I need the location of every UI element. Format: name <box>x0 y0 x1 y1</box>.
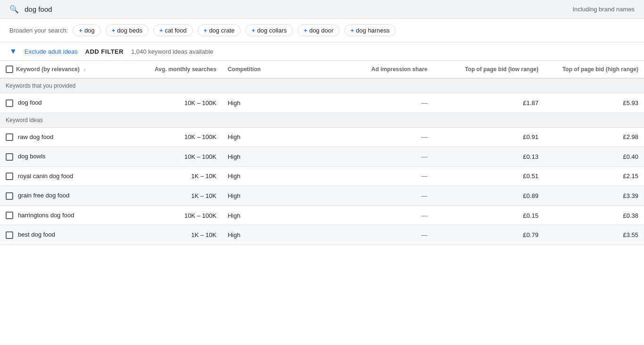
bid-high-cell: £5.93 <box>544 93 644 113</box>
bid-low-cell: £0.79 <box>433 225 544 245</box>
bid-high-cell: £3.39 <box>544 186 644 206</box>
broaden-chip-dog-beds[interactable]: + dog beds <box>106 25 149 36</box>
broaden-row: Broaden your search: + dog + dog beds + … <box>0 19 644 42</box>
bid-high-cell: £0.38 <box>544 205 644 225</box>
avg-cell: 1K – 10K <box>122 225 222 245</box>
select-all-checkbox[interactable] <box>6 66 13 73</box>
row-checkbox-1-1[interactable] <box>6 153 13 161</box>
section-header-provided: Keywords that you provided <box>0 78 644 93</box>
search-query: dog food <box>25 5 567 13</box>
table-header-row: Keyword (by relevance) ↓ Avg. monthly se… <box>0 61 644 78</box>
keyword-cell-text: royal canin dog food <box>18 172 73 180</box>
plus-icon: + <box>159 27 163 34</box>
bid-low-cell: £0.91 <box>433 127 544 147</box>
impression-cell: — <box>322 93 433 113</box>
plus-icon: + <box>79 27 83 34</box>
avg-cell: 10K – 100K <box>122 205 222 225</box>
broaden-chip-cat-food-label: cat food <box>165 27 186 34</box>
impression-cell: — <box>322 205 433 225</box>
keyword-cell-text: best dog food <box>18 231 55 238</box>
broaden-chip-dog-crate[interactable]: + dog crate <box>198 25 241 36</box>
bid-low-cell: £0.89 <box>433 186 544 206</box>
bid-high-cell: £3.55 <box>544 225 644 245</box>
filter-row: ▼ Exclude adult ideas ADD FILTER 1,040 k… <box>0 42 644 61</box>
avg-cell: 10K – 100K <box>122 127 222 147</box>
broaden-chip-dog-door[interactable]: + dog door <box>298 25 340 36</box>
broaden-chip-dog[interactable]: + dog <box>73 25 100 36</box>
exclude-adult-link[interactable]: Exclude adult ideas <box>25 48 78 55</box>
impression-cell: — <box>322 225 433 245</box>
bid-low-cell: £1.87 <box>433 93 544 113</box>
avg-cell: 1K – 10K <box>122 166 222 186</box>
row-checkbox-0-0[interactable] <box>6 99 13 107</box>
keyword-cell-text: dog food <box>18 99 42 106</box>
row-checkbox-1-5[interactable] <box>6 231 13 239</box>
bid-high-cell: £2.98 <box>544 127 644 147</box>
table-row: royal canin dog food1K – 10KHigh—£0.51£2… <box>0 166 644 186</box>
row-checkbox-1-0[interactable] <box>6 133 13 141</box>
avg-cell: 1K – 10K <box>122 186 222 206</box>
impression-cell: — <box>322 166 433 186</box>
bid-high-cell: £2.15 <box>544 166 644 186</box>
row-checkbox-1-3[interactable] <box>6 192 13 200</box>
col-header-bid-high: Top of page bid (high range) <box>544 61 644 78</box>
search-bar: 🔍 dog food Including brand names <box>0 0 644 19</box>
col-header-impression: Ad impression share <box>322 61 433 78</box>
keyword-cell-text: harringtons dog food <box>18 212 74 219</box>
broaden-chip-dog-door-label: dog door <box>309 27 333 34</box>
brand-names-label: Including brand names <box>572 6 635 13</box>
keywords-table-container: Keyword (by relevance) ↓ Avg. monthly se… <box>0 61 644 245</box>
broaden-label: Broaden your search: <box>9 27 68 34</box>
broaden-chip-dog-collars[interactable]: + dog collars <box>245 25 293 36</box>
ideas-count: 1,040 keyword ideas available <box>131 48 213 55</box>
table-row: dog bowls10K – 100KHigh—£0.13£0.40 <box>0 147 644 167</box>
table-row: harringtons dog food10K – 100KHigh—£0.15… <box>0 205 644 225</box>
col-header-bid-low: Top of page bid (low range) <box>433 61 544 78</box>
col-header-keyword: Keyword (by relevance) ↓ <box>0 61 122 78</box>
keyword-cell-text: raw dog food <box>18 133 53 140</box>
table-row: raw dog food10K – 100KHigh—£0.91£2.98 <box>0 127 644 147</box>
broaden-chip-dog-harness-label: dog harness <box>356 27 390 34</box>
broaden-chip-cat-food[interactable]: + cat food <box>153 25 193 36</box>
table-row: grain free dog food1K – 10KHigh—£0.89£3.… <box>0 186 644 206</box>
competition-cell: High <box>222 147 322 167</box>
bid-low-cell: £0.51 <box>433 166 544 186</box>
col-header-avg: Avg. monthly searches <box>122 61 222 78</box>
keyword-cell-text: dog bowls <box>18 153 46 160</box>
competition-cell: High <box>222 93 322 113</box>
row-checkbox-1-4[interactable] <box>6 212 13 219</box>
plus-icon: + <box>204 27 208 34</box>
competition-cell: High <box>222 205 322 225</box>
competition-cell: High <box>222 186 322 206</box>
competition-cell: High <box>222 166 322 186</box>
avg-cell: 10K – 100K <box>122 93 222 113</box>
plus-icon: + <box>251 27 255 34</box>
keywords-table: Keyword (by relevance) ↓ Avg. monthly se… <box>0 61 644 245</box>
impression-cell: — <box>322 127 433 147</box>
impression-cell: — <box>322 186 433 206</box>
row-checkbox-1-2[interactable] <box>6 172 13 180</box>
bid-low-cell: £0.13 <box>433 147 544 167</box>
col-keyword-label: Keyword (by relevance) <box>16 66 80 73</box>
plus-icon: + <box>112 27 116 34</box>
search-icon: 🔍 <box>9 5 19 14</box>
broaden-chip-dog-harness[interactable]: + dog harness <box>344 25 396 36</box>
add-filter-button[interactable]: ADD FILTER <box>85 48 124 55</box>
plus-icon: + <box>304 27 308 34</box>
broaden-chip-dog-collars-label: dog collars <box>257 27 287 34</box>
keyword-cell-text: grain free dog food <box>18 192 69 199</box>
broaden-chip-dog-label: dog <box>84 27 95 34</box>
table-row: dog food10K – 100KHigh—£1.87£5.93 <box>0 93 644 113</box>
plus-icon: + <box>351 27 354 34</box>
avg-cell: 10K – 100K <box>122 147 222 167</box>
broaden-chip-dog-beds-label: dog beds <box>117 27 142 34</box>
competition-cell: High <box>222 225 322 245</box>
bid-high-cell: £0.40 <box>544 147 644 167</box>
col-header-competition: Competition <box>222 61 322 78</box>
broaden-chip-dog-crate-label: dog crate <box>209 27 234 34</box>
filter-icon: ▼ <box>9 47 17 56</box>
table-row: best dog food1K – 10KHigh—£0.79£3.55 <box>0 225 644 245</box>
section-header-ideas: Keyword ideas <box>0 113 644 127</box>
competition-cell: High <box>222 127 322 147</box>
sort-icon[interactable]: ↓ <box>84 67 86 72</box>
